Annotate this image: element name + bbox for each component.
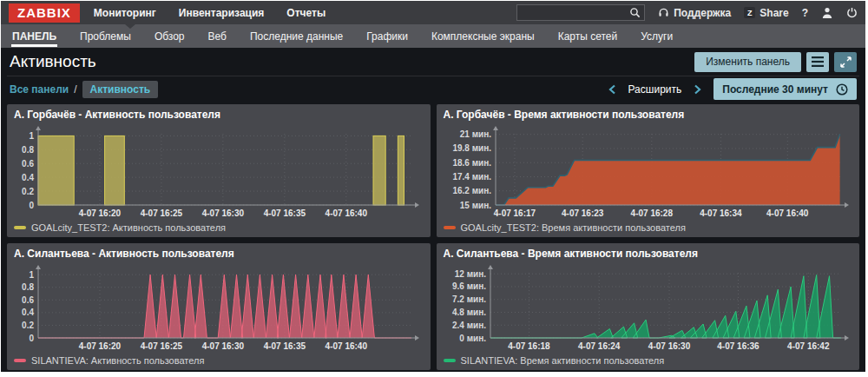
support-link[interactable]: Поддержка [658,7,731,19]
svg-text:1: 1 [29,131,34,141]
nav-item-inventory[interactable]: Инвентаризация [179,7,265,19]
legend-swatch [14,226,26,229]
user-profile-button[interactable] [821,7,833,18]
svg-text:4-07 16:25: 4-07 16:25 [141,208,183,218]
time-controls: Расширить Последние 30 минут [608,78,857,100]
svg-text:4-07 16:20: 4-07 16:20 [79,341,122,351]
tab-maps[interactable]: Карты сетей [557,26,619,47]
chart-gorbachev-activity-time[interactable]: 21 мин.19.8 мин.18.6 мин.17.4 мин.16.2 м… [444,125,853,220]
title-actions: Изменить панель [694,52,857,72]
main-nav: Мониторинг Инвентаризация Отчеты [94,7,326,19]
svg-text:4-07 16:23: 4-07 16:23 [561,208,603,218]
tab-problems[interactable]: Проблемы [79,26,132,47]
share-link[interactable]: Z Share [744,7,788,19]
search-box[interactable] [516,4,645,21]
svg-text:0.2: 0.2 [22,321,34,330]
time-back-button[interactable] [608,84,616,95]
svg-text:0.2: 0.2 [22,187,34,196]
svg-text:0.6: 0.6 [22,295,34,305]
search-icon[interactable] [629,7,641,18]
svg-text:1: 1 [29,270,34,280]
svg-text:4-07 16:25: 4-07 16:25 [141,341,183,351]
title-row: Активность Изменить панель [7,48,859,76]
svg-text:7.2 мин.: 7.2 мин. [451,294,485,304]
legend-swatch [444,226,456,229]
svg-text:4-07 16:18: 4-07 16:18 [508,341,550,351]
zabbix-logo[interactable]: ZABBIX [9,3,80,23]
widget-silantieva-activity-time: А. Силантьева - Время активности пользов… [437,243,860,370]
svg-text:4-07 16:34: 4-07 16:34 [700,208,742,218]
page-title: Активность [10,52,96,71]
svg-text:0: 0 [29,334,34,343]
chart-silantieva-activity-time[interactable]: 12 мин.9.6 мин.7.2 мин.4.8 мин.2.4 мин.0… [444,264,853,353]
fullscreen-button[interactable] [834,52,857,72]
share-label: Share [760,7,788,19]
breadcrumb-all-dashboards[interactable]: Все панели [10,83,69,96]
logout-button[interactable] [846,7,858,18]
chart-legend: GOALcity_TEST2: Время активности пользов… [444,220,853,235]
chart-gorbachev-activity[interactable]: 10.80.60.40.204-07 16:204-07 16:254-07 1… [14,125,424,220]
hamburger-menu-icon [812,56,824,67]
svg-text:4-07 16:35: 4-07 16:35 [264,208,306,218]
svg-text:9.6 мин.: 9.6 мин. [451,281,485,291]
svg-text:0.8: 0.8 [22,282,34,292]
widget-title: А. Горбачёв - Активность пользователя [14,109,424,125]
svg-text:21 мин.: 21 мин. [459,129,490,139]
svg-text:4-07 16:24: 4-07 16:24 [578,341,621,351]
tab-services[interactable]: Услуги [640,26,674,47]
chart-legend: SILANTIEVA: Активность пользователя [14,353,424,367]
svg-text:4-07 16:20: 4-07 16:20 [79,208,122,218]
help-button[interactable]: ? [802,7,808,19]
svg-text:4-07 16:40: 4-07 16:40 [326,208,368,218]
topbar-right: Поддержка Z Share ? [516,4,858,21]
monitoring-subnav: ПАНЕЛЬ Проблемы Обзор Веб Последние данн… [1,24,865,48]
svg-text:16.2 мин.: 16.2 мин. [452,186,491,195]
widget-gorbachev-activity: А. Горбачёв - Активность пользователя 10… [7,104,431,237]
svg-text:19.8 мин.: 19.8 мин. [452,143,491,153]
widget-silantieva-activity: А. Силантьева - Активность пользователя … [7,243,431,370]
tab-overview[interactable]: Обзор [154,26,186,47]
svg-text:4.8 мин.: 4.8 мин. [451,308,485,317]
svg-text:15 мин.: 15 мин. [459,201,490,210]
nav-item-reports[interactable]: Отчеты [286,7,326,19]
svg-text:4-07 16:42: 4-07 16:42 [787,341,830,351]
tab-graphs[interactable]: Графики [365,26,409,47]
legend-swatch [14,359,26,362]
fullscreen-icon [840,56,852,68]
time-zoom-out-button[interactable]: Расширить [628,83,682,96]
edit-dashboard-button[interactable]: Изменить панель [694,52,801,72]
svg-text:0.6: 0.6 [22,159,34,169]
svg-text:4-07 16:40: 4-07 16:40 [766,208,809,218]
time-range-button[interactable]: Последние 30 минут [713,78,857,100]
time-range-label: Последние 30 минут [722,83,828,96]
svg-text:18.6 мин.: 18.6 мин. [452,158,491,168]
legend-label: GOALcity_TEST2: Активность пользователя [31,222,226,233]
zabbix-app: ZABBIX Мониторинг Инвентаризация Отчеты … [1,1,865,372]
chart-legend: SILANTIEVA: Время активности пользовател… [444,353,853,367]
search-input[interactable] [521,8,629,18]
legend-swatch [444,359,456,362]
breadcrumb-separator: / [74,83,76,96]
dashboard-menu-button[interactable] [806,52,829,72]
tab-dashboard[interactable]: ПАНЕЛЬ [11,26,57,47]
nav-item-monitoring[interactable]: Мониторинг [94,7,156,19]
widget-gorbachev-activity-time: А. Горбачёв - Время активности пользоват… [437,104,860,237]
user-icon [821,7,833,18]
clock-icon [836,83,848,96]
svg-text:4-07 16:17: 4-07 16:17 [493,208,536,218]
chart-silantieva-activity[interactable]: 10.80.60.40.204-07 16:204-07 16:254-07 1… [14,264,424,353]
svg-text:4-07 16:30: 4-07 16:30 [202,341,245,351]
power-icon [846,7,858,18]
svg-text:4-07 16:28: 4-07 16:28 [630,208,673,218]
tab-latest-data[interactable]: Последние данные [249,26,344,47]
legend-label: SILANTIEVA: Время активности пользовател… [461,355,665,366]
tab-web[interactable]: Веб [207,26,227,47]
svg-text:4-07 16:40: 4-07 16:40 [326,341,368,351]
tab-screens[interactable]: Комплексные экраны [431,26,536,47]
zabbix-share-icon: Z [744,7,755,18]
svg-text:4-07 16:35: 4-07 16:35 [264,341,306,351]
breadcrumb-row: Все панели / Активность Расширить Послед… [7,76,859,102]
breadcrumb-current[interactable]: Активность [82,81,159,98]
time-forward-button[interactable] [694,84,701,95]
svg-text:4-07 16:30: 4-07 16:30 [202,208,245,218]
